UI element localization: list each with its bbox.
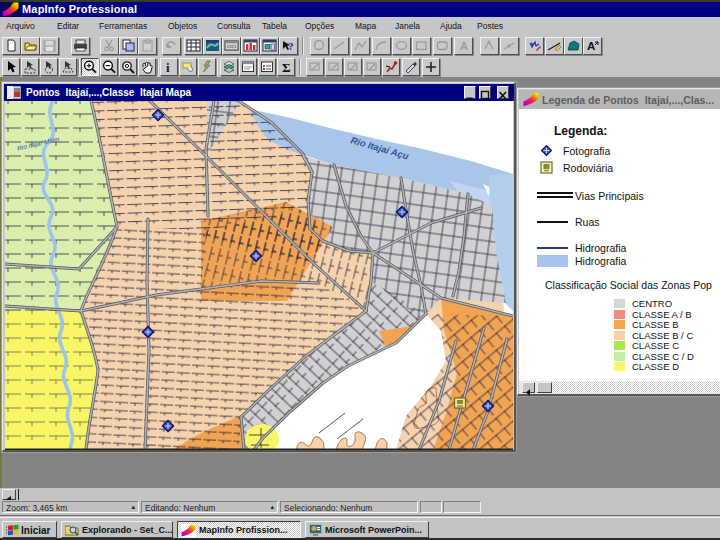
svg-text:i: i xyxy=(166,60,170,74)
svg-text:Σ: Σ xyxy=(282,60,291,74)
svg-text:A: A xyxy=(587,40,595,52)
svg-text:?: ? xyxy=(288,40,294,52)
svg-text:A: A xyxy=(460,40,468,52)
